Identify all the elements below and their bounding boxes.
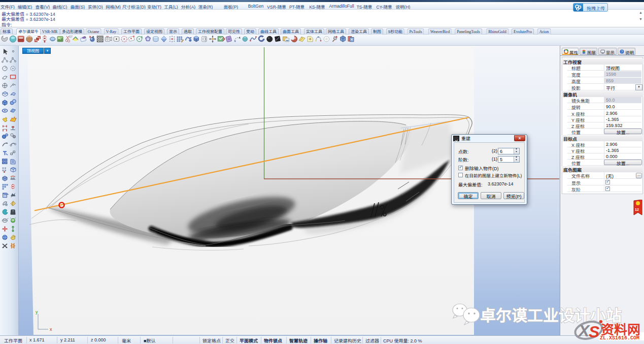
svg-text:G7: G7 <box>69 35 73 38</box>
svg-text:y: y <box>36 309 38 315</box>
svg-text:x: x <box>50 327 52 332</box>
svg-text:12: 12 <box>635 208 639 211</box>
svg-text:?: ? <box>621 50 623 53</box>
